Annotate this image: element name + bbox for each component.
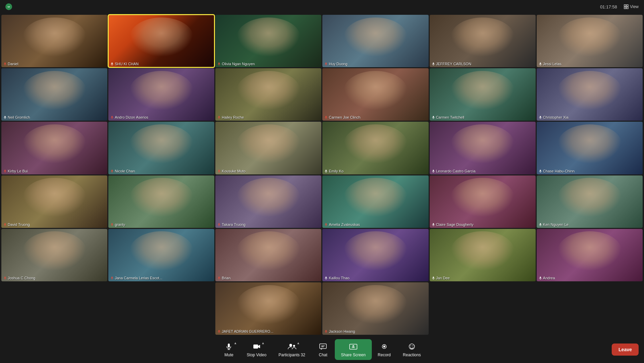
video-tile[interactable]: JEFFREY CARLSON (430, 15, 536, 67)
video-tile[interactable]: Carmen Joe Clinch (322, 68, 428, 121)
mic-icon (110, 276, 114, 280)
mic-icon (217, 62, 221, 66)
video-tile[interactable]: Hailey Roche (215, 68, 321, 121)
mic-icon (3, 116, 7, 119)
reactions-button[interactable]: Reactions (397, 339, 427, 360)
video-grid: Daniel SHU KI CHAN Olivia Ngan Nguyen Hu… (0, 13, 644, 336)
video-tile[interactable]: Takara Truong (215, 175, 321, 228)
share-screen-label: Share Screen (341, 353, 365, 357)
view-button[interactable]: View (624, 4, 639, 9)
video-tile[interactable]: Chase Habu-Chinn (537, 122, 643, 174)
mic-icon (110, 169, 114, 173)
mic-icon (324, 169, 328, 173)
video-tile[interactable]: Kirby Le Bui (1, 122, 107, 174)
zoom-logo (5, 3, 12, 10)
video-tile[interactable]: Leonardo Castro Garcia (430, 122, 536, 174)
mic-icon (3, 169, 7, 173)
video-tile[interactable]: Andrea (537, 229, 643, 281)
participant-name: Huy Duong (324, 62, 347, 66)
video-tile[interactable]: Olivia Ngan Nguyen (215, 15, 321, 67)
participant-name: Kousuke Muto (217, 169, 245, 173)
participant-name: SHU KI CHAN (110, 62, 139, 66)
participant-name: Carmen Joe Clinch (324, 115, 360, 119)
participant-name: granty (110, 223, 125, 227)
video-tile[interactable]: Jana Carmela Lerias Escot... (108, 229, 214, 281)
participants-button[interactable]: ▲ Participants 32 (273, 339, 311, 360)
participant-name: Amelia Zvaleuskas (324, 223, 360, 227)
participant-name: Nicole Chan (110, 169, 135, 173)
leave-button[interactable]: Leave (612, 344, 639, 356)
video-tile[interactable]: Brian (215, 229, 321, 281)
mic-icon (3, 223, 7, 226)
participant-name: Christopher Xia (539, 115, 569, 119)
participant-name: Takara Truong (217, 223, 245, 227)
participants-label: Participants 32 (279, 353, 305, 357)
participant-name: Leonardo Castro Garcia (432, 169, 475, 173)
svg-point-0 (7, 5, 10, 8)
stop-video-button[interactable]: ▲ Stop Video (241, 339, 273, 360)
svg-rect-3 (624, 7, 626, 9)
mic-icon (110, 62, 114, 66)
svg-rect-39 (253, 345, 258, 349)
video-tile[interactable]: Huy Duong (322, 15, 428, 67)
mic-icon (324, 223, 328, 226)
participant-name: JEFFREY CARLSON (432, 62, 471, 66)
chat-label: Chat (319, 353, 327, 357)
video-tile[interactable]: Emily Ko (322, 122, 428, 174)
mic-icon (324, 276, 328, 280)
video-tile[interactable]: Christopher Xia (537, 68, 643, 121)
mic-icon (217, 223, 221, 226)
video-tile[interactable]: Jessi Lelas (537, 15, 643, 67)
video-tile[interactable]: Jan Dee (430, 229, 536, 281)
empty-tile (430, 282, 536, 335)
share-screen-button[interactable]: Share Screen (335, 339, 371, 360)
view-label: View (630, 4, 639, 9)
video-tile[interactable]: Claire Sage Dougherty (430, 175, 536, 228)
mic-icon (324, 116, 328, 119)
video-tile[interactable]: Andro Dizon Aserios (108, 68, 214, 121)
svg-rect-1 (624, 5, 626, 6)
video-tile[interactable]: SHU KI CHAN (108, 15, 214, 67)
mic-icon (217, 116, 221, 119)
video-tile[interactable]: Neil Gromlich (1, 68, 107, 121)
participant-name: Olivia Ngan Nguyen (217, 62, 255, 66)
mic-icon (217, 330, 221, 333)
mic-icon (217, 276, 221, 280)
participant-name: Kirby Le Bui (3, 169, 28, 173)
empty-tile (108, 282, 214, 335)
mute-button[interactable]: ▲ Mute (217, 339, 241, 360)
participant-name: Daniel (3, 62, 18, 66)
mic-icon (432, 169, 435, 173)
video-tile[interactable]: Kaillou Thao (322, 229, 428, 281)
mic-icon (110, 116, 114, 119)
mic-icon (539, 223, 542, 226)
record-button[interactable]: Record (372, 339, 397, 360)
svg-point-50 (410, 346, 411, 346)
video-tile[interactable]: Daniel (1, 15, 107, 67)
video-tile[interactable]: Ken Nguyen Le (537, 175, 643, 228)
mic-icon (539, 169, 542, 173)
participant-name: Kaillou Thao (324, 276, 349, 280)
participant-name: Emily Ko (324, 169, 343, 173)
video-tile[interactable]: Carmen Twitchell (430, 68, 536, 121)
svg-rect-42 (320, 344, 326, 349)
participant-name: Carmen Twitchell (432, 115, 464, 119)
participant-name: Claire Sage Dougherty (432, 223, 473, 227)
svg-point-48 (383, 346, 385, 348)
video-tile[interactable]: granty (108, 175, 214, 228)
video-tile[interactable]: JAFET ADRIAN GUERRERO... (215, 282, 321, 335)
timer: 01:17:58 (600, 4, 617, 9)
video-tile[interactable]: Amelia Zvaleuskas (322, 175, 428, 228)
video-tile[interactable]: Joshua C Chong (1, 229, 107, 281)
video-tile[interactable]: Nicole Chan (108, 122, 214, 174)
video-tile[interactable]: David Truong (1, 175, 107, 228)
participant-name: Ken Nguyen Le (539, 223, 569, 227)
participant-name: Andrea (539, 276, 555, 280)
video-tile[interactable]: Kousuke Muto (215, 122, 321, 174)
svg-point-40 (289, 344, 292, 347)
record-label: Record (378, 353, 391, 357)
participant-name: Jackson Hwang (324, 329, 355, 333)
video-tile[interactable]: Jackson Hwang (322, 282, 428, 335)
svg-point-51 (413, 346, 413, 346)
chat-button[interactable]: Chat (311, 339, 335, 360)
